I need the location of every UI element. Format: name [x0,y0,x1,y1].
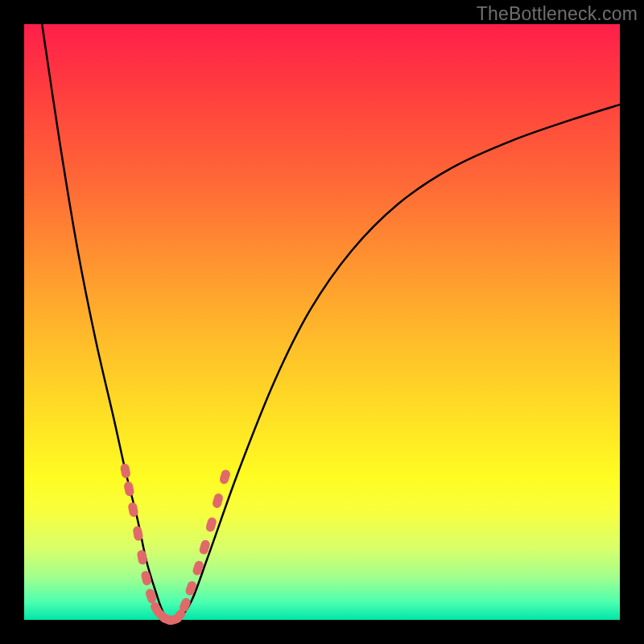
outer-frame: TheBottleneck.com [0,0,644,644]
data-marker [219,469,232,485]
data-marker [120,463,131,479]
curve-group [42,24,620,621]
data-marker [184,580,197,597]
watermark-text: TheBottleneck.com [477,3,638,25]
marker-group [120,463,232,625]
data-marker [212,493,225,509]
data-marker [205,516,217,532]
bottleneck-curve [42,24,620,621]
chart-overlay [24,24,620,620]
data-marker [123,481,134,497]
